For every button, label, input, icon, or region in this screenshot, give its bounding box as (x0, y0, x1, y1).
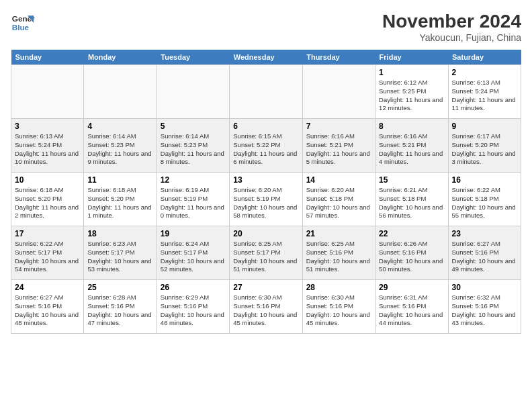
day-info: Sunrise: 6:25 AM Sunset: 5:17 PM Dayligh… (233, 240, 298, 274)
calendar-cell (302, 65, 375, 119)
day-number: 3 (15, 122, 80, 131)
calendar-cell: 7Sunrise: 6:16 AM Sunset: 5:21 PM Daylig… (302, 119, 375, 173)
calendar-cell: 19Sunrise: 6:24 AM Sunset: 5:17 PM Dayli… (157, 226, 229, 280)
day-info: Sunrise: 6:14 AM Sunset: 5:23 PM Dayligh… (87, 132, 152, 167)
calendar-cell: 27Sunrise: 6:30 AM Sunset: 5:16 PM Dayli… (230, 280, 302, 334)
day-number: 9 (452, 122, 517, 131)
day-number: 27 (233, 283, 298, 292)
calendar-cell: 9Sunrise: 6:17 AM Sunset: 5:20 PM Daylig… (448, 119, 521, 173)
calendar-cell: 14Sunrise: 6:20 AM Sunset: 5:18 PM Dayli… (302, 173, 375, 226)
day-number: 1 (379, 68, 444, 77)
calendar-cell (84, 65, 157, 119)
day-header-monday: Monday (84, 50, 157, 65)
day-info: Sunrise: 6:25 AM Sunset: 5:16 PM Dayligh… (306, 240, 371, 274)
calendar-cell: 8Sunrise: 6:16 AM Sunset: 5:21 PM Daylig… (375, 119, 448, 173)
calendar-cell: 3Sunrise: 6:13 AM Sunset: 5:24 PM Daylig… (11, 119, 84, 173)
day-number: 29 (379, 283, 444, 292)
day-number: 21 (306, 229, 371, 238)
day-info: Sunrise: 6:17 AM Sunset: 5:20 PM Dayligh… (452, 132, 517, 167)
title-area: November 2024 Yakoucun, Fujian, China (382, 11, 521, 43)
day-info: Sunrise: 6:12 AM Sunset: 5:25 PM Dayligh… (379, 79, 444, 113)
day-info: Sunrise: 6:13 AM Sunset: 5:24 PM Dayligh… (15, 132, 80, 167)
day-number: 28 (306, 283, 371, 292)
day-info: Sunrise: 6:32 AM Sunset: 5:16 PM Dayligh… (452, 293, 517, 328)
calendar-cell: 29Sunrise: 6:31 AM Sunset: 5:16 PM Dayli… (375, 280, 448, 334)
calendar-cell: 10Sunrise: 6:18 AM Sunset: 5:20 PM Dayli… (11, 173, 84, 226)
day-number: 17 (15, 229, 80, 238)
day-info: Sunrise: 6:22 AM Sunset: 5:17 PM Dayligh… (15, 240, 80, 274)
calendar-cell (11, 65, 84, 119)
calendar-cell: 1Sunrise: 6:12 AM Sunset: 5:25 PM Daylig… (375, 65, 448, 119)
calendar-cell: 23Sunrise: 6:27 AM Sunset: 5:16 PM Dayli… (448, 226, 521, 280)
day-number: 6 (233, 122, 298, 131)
day-info: Sunrise: 6:28 AM Sunset: 5:16 PM Dayligh… (87, 293, 152, 328)
calendar-table: SundayMondayTuesdayWednesdayThursdayFrid… (11, 50, 521, 334)
day-info: Sunrise: 6:31 AM Sunset: 5:16 PM Dayligh… (379, 293, 444, 328)
header: General Blue November 2024 Yakoucun, Fuj… (11, 11, 521, 43)
day-header-sunday: Sunday (11, 50, 84, 65)
day-header-saturday: Saturday (448, 50, 521, 65)
day-number: 25 (87, 283, 152, 292)
day-info: Sunrise: 6:23 AM Sunset: 5:17 PM Dayligh… (87, 240, 152, 274)
location: Yakoucun, Fujian, China (382, 32, 521, 43)
day-header-thursday: Thursday (302, 50, 375, 65)
day-header-row: SundayMondayTuesdayWednesdayThursdayFrid… (11, 50, 521, 65)
day-number: 14 (306, 175, 371, 185)
day-info: Sunrise: 6:19 AM Sunset: 5:19 PM Dayligh… (161, 186, 226, 220)
calendar-cell: 25Sunrise: 6:28 AM Sunset: 5:16 PM Dayli… (84, 280, 157, 334)
day-info: Sunrise: 6:16 AM Sunset: 5:21 PM Dayligh… (306, 132, 371, 167)
calendar-cell: 16Sunrise: 6:22 AM Sunset: 5:18 PM Dayli… (448, 173, 521, 226)
week-row-4: 17Sunrise: 6:22 AM Sunset: 5:17 PM Dayli… (11, 226, 521, 280)
calendar-cell: 24Sunrise: 6:27 AM Sunset: 5:16 PM Dayli… (11, 280, 84, 334)
day-info: Sunrise: 6:30 AM Sunset: 5:16 PM Dayligh… (306, 293, 371, 328)
day-number: 20 (233, 229, 298, 238)
day-number: 26 (161, 283, 226, 292)
calendar-cell: 2Sunrise: 6:13 AM Sunset: 5:24 PM Daylig… (448, 65, 521, 119)
month-year: November 2024 (382, 11, 521, 32)
day-number: 2 (452, 68, 517, 77)
calendar-cell: 18Sunrise: 6:23 AM Sunset: 5:17 PM Dayli… (84, 226, 157, 280)
logo: General Blue (11, 11, 35, 35)
svg-text:Blue: Blue (12, 23, 30, 32)
week-row-5: 24Sunrise: 6:27 AM Sunset: 5:16 PM Dayli… (11, 280, 521, 334)
calendar-cell: 11Sunrise: 6:18 AM Sunset: 5:20 PM Dayli… (84, 173, 157, 226)
day-number: 16 (452, 175, 517, 185)
day-info: Sunrise: 6:24 AM Sunset: 5:17 PM Dayligh… (161, 240, 226, 274)
day-number: 5 (161, 122, 226, 131)
day-number: 30 (452, 283, 517, 292)
week-row-3: 10Sunrise: 6:18 AM Sunset: 5:20 PM Dayli… (11, 173, 521, 226)
calendar-cell: 22Sunrise: 6:26 AM Sunset: 5:16 PM Dayli… (375, 226, 448, 280)
day-number: 4 (87, 122, 152, 131)
day-number: 19 (161, 229, 226, 238)
week-row-1: 1Sunrise: 6:12 AM Sunset: 5:25 PM Daylig… (11, 65, 521, 119)
calendar-cell: 26Sunrise: 6:29 AM Sunset: 5:16 PM Dayli… (157, 280, 229, 334)
day-header-friday: Friday (375, 50, 448, 65)
calendar-cell: 4Sunrise: 6:14 AM Sunset: 5:23 PM Daylig… (84, 119, 157, 173)
day-number: 13 (233, 175, 298, 185)
day-number: 15 (379, 175, 444, 185)
day-info: Sunrise: 6:13 AM Sunset: 5:24 PM Dayligh… (452, 79, 517, 113)
calendar-cell: 17Sunrise: 6:22 AM Sunset: 5:17 PM Dayli… (11, 226, 84, 280)
calendar-cell: 20Sunrise: 6:25 AM Sunset: 5:17 PM Dayli… (230, 226, 302, 280)
calendar-cell: 15Sunrise: 6:21 AM Sunset: 5:18 PM Dayli… (375, 173, 448, 226)
day-number: 12 (161, 175, 226, 185)
day-info: Sunrise: 6:21 AM Sunset: 5:18 PM Dayligh… (379, 186, 444, 220)
day-info: Sunrise: 6:20 AM Sunset: 5:18 PM Dayligh… (306, 186, 371, 220)
day-info: Sunrise: 6:22 AM Sunset: 5:18 PM Dayligh… (452, 186, 517, 220)
logo-icon: General Blue (11, 11, 35, 35)
day-info: Sunrise: 6:20 AM Sunset: 5:19 PM Dayligh… (233, 186, 298, 220)
day-number: 10 (15, 175, 80, 185)
day-number: 8 (379, 122, 444, 131)
day-info: Sunrise: 6:15 AM Sunset: 5:22 PM Dayligh… (233, 132, 298, 167)
week-row-2: 3Sunrise: 6:13 AM Sunset: 5:24 PM Daylig… (11, 119, 521, 173)
calendar-cell (157, 65, 229, 119)
day-number: 24 (15, 283, 80, 292)
day-number: 11 (87, 175, 152, 185)
day-number: 22 (379, 229, 444, 238)
calendar-cell: 30Sunrise: 6:32 AM Sunset: 5:16 PM Dayli… (448, 280, 521, 334)
day-number: 7 (306, 122, 371, 131)
day-number: 23 (452, 229, 517, 238)
calendar-cell: 28Sunrise: 6:30 AM Sunset: 5:16 PM Dayli… (302, 280, 375, 334)
calendar-cell: 5Sunrise: 6:14 AM Sunset: 5:23 PM Daylig… (157, 119, 229, 173)
day-info: Sunrise: 6:29 AM Sunset: 5:16 PM Dayligh… (161, 293, 226, 328)
